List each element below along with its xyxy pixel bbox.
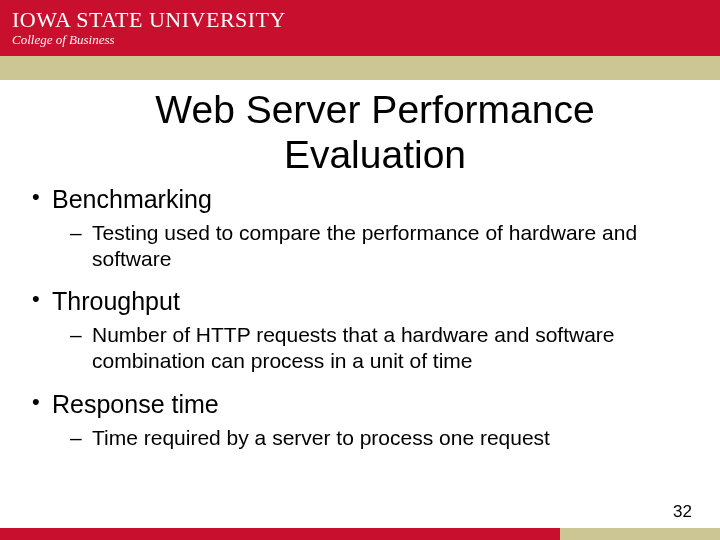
sub-bullet: Time required by a server to process one… — [70, 425, 700, 451]
bullet-label: Throughput — [30, 286, 700, 316]
bullet-list: Benchmarking Testing used to compare the… — [30, 184, 700, 451]
slide-title: Web Server Performance Evaluation — [80, 88, 670, 178]
bullet-label: Response time — [30, 389, 700, 419]
header-accent — [0, 56, 720, 80]
sub-list: Time required by a server to process one… — [70, 425, 700, 451]
slide-number: 32 — [673, 502, 692, 522]
slide-content: Web Server Performance Evaluation Benchm… — [0, 80, 720, 451]
sub-list: Testing used to compare the performance … — [70, 220, 700, 273]
header-bar: IOWA STATE UNIVERSITY College of Busines… — [0, 0, 720, 56]
bullet-label: Benchmarking — [30, 184, 700, 214]
footer-accent — [560, 528, 720, 540]
sub-bullet: Testing used to compare the performance … — [70, 220, 700, 273]
college-name: College of Business — [12, 32, 286, 48]
university-name: IOWA STATE UNIVERSITY — [12, 8, 286, 31]
list-item: Benchmarking Testing used to compare the… — [30, 184, 700, 273]
list-item: Throughput Number of HTTP requests that … — [30, 286, 700, 375]
list-item: Response time Time required by a server … — [30, 389, 700, 451]
university-block: IOWA STATE UNIVERSITY College of Busines… — [12, 8, 286, 48]
sub-list: Number of HTTP requests that a hardware … — [70, 322, 700, 375]
sub-bullet: Number of HTTP requests that a hardware … — [70, 322, 700, 375]
